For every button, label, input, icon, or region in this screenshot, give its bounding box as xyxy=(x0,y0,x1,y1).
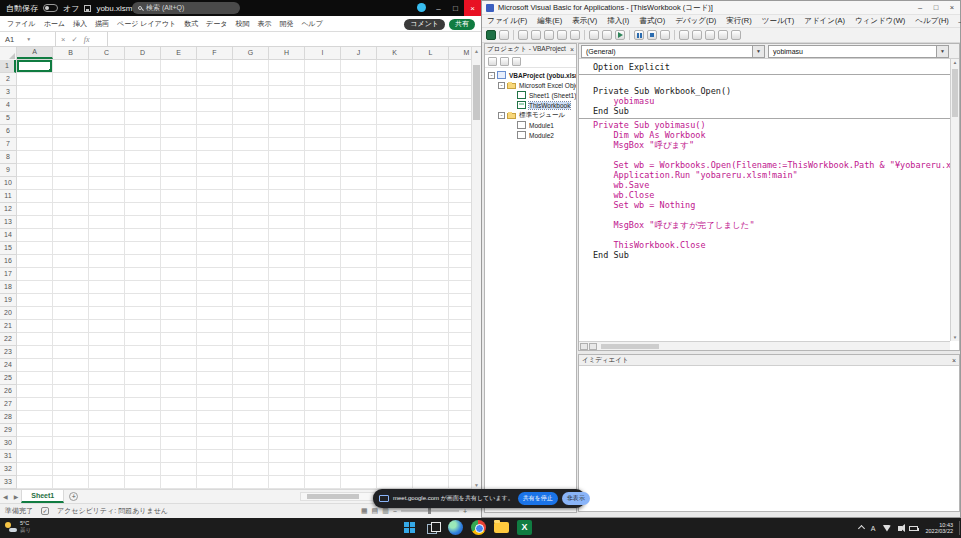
row-header-26[interactable]: 26 xyxy=(0,385,16,398)
row-header-6[interactable]: 6 xyxy=(0,125,16,138)
row-header-29[interactable]: 29 xyxy=(0,424,16,437)
vbe-maximize-button[interactable]: □ xyxy=(928,3,944,12)
menu-item-2[interactable]: 表示(V) xyxy=(567,16,602,26)
row-header-19[interactable]: 19 xyxy=(0,294,16,307)
comments-button[interactable]: コメント xyxy=(404,19,445,30)
reset-icon[interactable] xyxy=(647,30,657,40)
row-header-21[interactable]: 21 xyxy=(0,320,16,333)
project-panel-close-icon[interactable]: × xyxy=(570,46,574,53)
explorer-icon[interactable] xyxy=(494,522,509,533)
task-view-icon[interactable] xyxy=(425,520,440,535)
menu-item-5[interactable]: デバッグ(D) xyxy=(670,16,721,26)
scroll-up-icon[interactable]: ▲ xyxy=(472,47,481,55)
project-tree-item-4[interactable]: -標準モジュール xyxy=(485,110,576,120)
column-header-H[interactable]: H xyxy=(269,47,305,59)
ribbon-tab-7[interactable]: 校閲 xyxy=(231,16,253,31)
minimize-button[interactable]: – xyxy=(430,0,447,16)
vertical-scrollbar[interactable]: ▲ ▼ xyxy=(471,47,481,489)
menu-item-10[interactable]: ヘルプ(H) xyxy=(910,16,953,26)
column-header-M[interactable]: M xyxy=(449,47,471,59)
row-header-8[interactable]: 8 xyxy=(0,151,16,164)
chrome-icon[interactable] xyxy=(471,520,486,535)
row-header-1[interactable]: 1 xyxy=(0,60,16,73)
copy-icon[interactable] xyxy=(544,30,554,40)
name-box-dropdown-icon[interactable]: ▼ xyxy=(26,36,31,42)
ribbon-tab-10[interactable]: ヘルプ xyxy=(297,16,327,31)
selected-cell-a1[interactable] xyxy=(17,60,52,72)
code-scroll-down-icon[interactable]: ▼ xyxy=(951,334,959,341)
ribbon-tab-2[interactable]: 挿入 xyxy=(69,16,91,31)
ribbon-tab-6[interactable]: データ xyxy=(202,16,231,31)
wifi-icon[interactable] xyxy=(882,525,891,532)
insert-function-icon[interactable]: fx xyxy=(84,35,90,44)
row-header-9[interactable]: 9 xyxy=(0,164,16,177)
menu-item-8[interactable]: アドイン(A) xyxy=(799,16,850,26)
code-vscroll-thumb[interactable] xyxy=(952,69,958,117)
column-header-K[interactable]: K xyxy=(377,47,413,59)
column-header-C[interactable]: C xyxy=(89,47,125,59)
row-header-12[interactable]: 12 xyxy=(0,203,16,216)
menu-item-9[interactable]: ウィンドウ(W) xyxy=(850,16,910,26)
save-icon[interactable] xyxy=(518,30,528,40)
battery-icon[interactable] xyxy=(909,526,918,531)
column-header-L[interactable]: L xyxy=(413,47,449,59)
row-header-5[interactable]: 5 xyxy=(0,112,16,125)
project-tree-item-0[interactable]: -VBAProject (yobu.xlsm) xyxy=(485,70,576,80)
vertical-scrollbar-thumb[interactable] xyxy=(473,65,480,120)
add-sheet-button[interactable]: + xyxy=(69,492,78,501)
weather-widget[interactable]: 5°C 曇り xyxy=(5,520,31,533)
procedure-dropdown[interactable]: yobimasu xyxy=(768,45,949,58)
column-header-F[interactable]: F xyxy=(197,47,233,59)
row-header-16[interactable]: 16 xyxy=(0,255,16,268)
row-header-28[interactable]: 28 xyxy=(0,411,16,424)
stop-sharing-button[interactable]: 共有を停止 xyxy=(518,492,558,505)
row-header-30[interactable]: 30 xyxy=(0,437,16,450)
menu-item-1[interactable]: 編集(E) xyxy=(532,16,567,26)
object-dropdown[interactable]: (General) xyxy=(581,45,765,58)
formula-input[interactable] xyxy=(108,32,481,46)
search-input[interactable]: 検索 (Alt+Q) xyxy=(132,2,240,14)
code-vertical-scrollbar[interactable]: ▲ ▼ xyxy=(950,59,959,341)
column-header-I[interactable]: I xyxy=(305,47,341,59)
row-header-3[interactable]: 3 xyxy=(0,86,16,99)
row-header-20[interactable]: 20 xyxy=(0,307,16,320)
accessibility-icon[interactable]: ✓ xyxy=(41,507,49,515)
project-explorer-icon[interactable] xyxy=(679,30,689,40)
expander-icon[interactable]: - xyxy=(488,72,495,79)
autosave-toggle[interactable] xyxy=(43,4,58,12)
project-tree-item-2[interactable]: Sheet1 (Sheet1) xyxy=(485,90,576,100)
horizontal-scrollbar-thumb[interactable] xyxy=(307,494,359,499)
row-header-15[interactable]: 15 xyxy=(0,242,16,255)
menu-item-0[interactable]: ファイル(F) xyxy=(482,16,532,26)
avatar[interactable] xyxy=(417,3,426,12)
hide-share-bar-button[interactable]: 非表示 xyxy=(562,492,590,505)
row-header-10[interactable]: 10 xyxy=(0,177,16,190)
column-header-A[interactable]: A xyxy=(17,47,53,59)
toolbox-icon[interactable] xyxy=(718,30,728,40)
ribbon-tab-9[interactable]: 開発 xyxy=(275,16,297,31)
menu-item-4[interactable]: 書式(O) xyxy=(634,16,670,26)
maximize-button[interactable]: □ xyxy=(447,0,464,16)
column-header-B[interactable]: B xyxy=(53,47,89,59)
volume-icon[interactable] xyxy=(898,526,902,531)
code-editor[interactable]: Option ExplicitPrivate Sub Workbook_Open… xyxy=(579,59,950,341)
close-button[interactable]: × xyxy=(464,0,481,16)
toggle-folders-icon[interactable] xyxy=(512,57,521,66)
row-header-22[interactable]: 22 xyxy=(0,333,16,346)
column-header-E[interactable]: E xyxy=(161,47,197,59)
zoom-out-button[interactable]: − xyxy=(393,508,397,515)
row-header-14[interactable]: 14 xyxy=(0,229,16,242)
row-header-27[interactable]: 27 xyxy=(0,398,16,411)
mdi-minimize-button[interactable]: – xyxy=(954,18,961,25)
normal-view-icon[interactable]: ▦ xyxy=(361,507,368,515)
view-object-icon[interactable] xyxy=(500,57,509,66)
page-layout-view-icon[interactable]: ▤ xyxy=(372,507,379,515)
zoom-in-button[interactable]: + xyxy=(463,508,467,515)
select-all-corner[interactable] xyxy=(0,47,17,60)
paste-icon[interactable] xyxy=(557,30,567,40)
row-header-17[interactable]: 17 xyxy=(0,268,16,281)
edge-icon[interactable] xyxy=(448,520,463,535)
next-sheet-icon[interactable]: ▶ xyxy=(11,493,22,500)
procedure-view-button[interactable] xyxy=(580,343,588,350)
column-header-G[interactable]: G xyxy=(233,47,269,59)
